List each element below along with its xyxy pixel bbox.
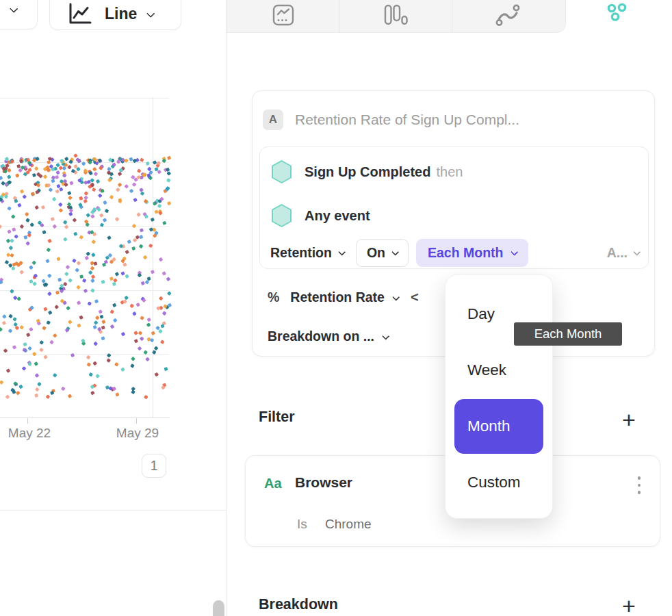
chevron-down-icon: [338, 248, 346, 256]
interval-tooltip: Each Month: [514, 322, 622, 346]
menu-item-month-selected[interactable]: Month: [454, 399, 543, 454]
event-hexagon-icon: [270, 159, 293, 184]
on-dropdown[interactable]: On: [356, 239, 409, 267]
chevron-down-icon: [633, 248, 641, 256]
section-divider: [0, 510, 227, 511]
menu-item-custom[interactable]: Custom: [467, 474, 521, 491]
analytics-app-screen: Line May 22 May 29 1: [0, 0, 672, 616]
measure-row: % Retention Rate <: [268, 290, 419, 305]
event-suffix: then: [436, 164, 463, 180]
chevron-down-icon: [382, 332, 389, 339]
filter-value[interactable]: Chrome: [325, 517, 372, 532]
collapsed-dropdown-button[interactable]: [0, 0, 38, 29]
add-filter-button[interactable]: +: [617, 408, 641, 431]
chevron-down-icon: [146, 9, 155, 18]
query-title[interactable]: Retention Rate of Sign Up Compl...: [295, 112, 519, 128]
chevron-down-icon: [10, 4, 18, 13]
scrollbar-thumb[interactable]: [213, 600, 224, 616]
kebab-menu-icon[interactable]: [630, 474, 648, 496]
interval-menu: Day Week Month Custom: [445, 274, 553, 519]
x-axis-label: May 29: [116, 426, 159, 441]
filter-operator[interactable]: Is: [297, 517, 307, 532]
line-chart-icon: [68, 3, 92, 26]
chevron-down-icon: [511, 248, 518, 256]
menu-item-day[interactable]: Day: [467, 305, 495, 323]
insight-chart-icon[interactable]: [272, 3, 295, 27]
menu-item-week[interactable]: Week: [467, 361, 506, 379]
bar-chart-icon[interactable]: [383, 3, 409, 27]
scatter-plot-area[interactable]: [0, 96, 227, 421]
chart-view-tabbar: [227, 0, 566, 33]
string-type-icon: Aa: [264, 476, 282, 491]
retention-controls-row: Retention On Each Month A...: [270, 238, 639, 268]
tab-separator: [452, 0, 452, 33]
x-axis-label: May 22: [8, 426, 51, 441]
chevron-down-icon: [391, 248, 399, 256]
breakdown-on-dropdown[interactable]: Breakdown on ...: [268, 329, 388, 344]
pagination-page-button[interactable]: 1: [142, 454, 166, 478]
chart-type-label: Line: [105, 5, 137, 23]
flow-icon[interactable]: [495, 3, 521, 27]
event-row-first[interactable]: Sign Up Completed then: [270, 159, 463, 184]
filter-section-title: Filter: [259, 409, 295, 426]
event-steps-card: Sign Up Completed then Any event Retenti…: [259, 146, 649, 269]
breakdown-section-title: Breakdown: [259, 596, 338, 613]
metric-dropdown[interactable]: Retention: [270, 245, 344, 261]
event-name: Sign Up Completed: [305, 164, 430, 180]
event-hexagon-icon: [270, 203, 293, 228]
scatter-dots-icon[interactable]: [605, 1, 631, 23]
chart-pane: Line May 22 May 29 1: [0, 0, 227, 616]
filter-property[interactable]: Browser: [295, 474, 352, 491]
measure-dropdown[interactable]: Retention Rate: [290, 290, 385, 305]
event-row-return[interactable]: Any event: [270, 203, 370, 228]
series-badge[interactable]: A: [263, 110, 283, 130]
add-breakdown-button[interactable]: +: [617, 594, 641, 616]
tab-separator: [339, 0, 339, 33]
chevron-down-icon: [392, 293, 400, 300]
interval-dropdown[interactable]: Each Month: [416, 239, 528, 267]
percent-icon: %: [268, 290, 279, 305]
event-name: Any event: [305, 208, 370, 224]
operator-glyph: <: [411, 290, 419, 305]
truncated-dropdown[interactable]: A...: [607, 245, 639, 261]
chart-type-button[interactable]: Line: [49, 0, 181, 30]
